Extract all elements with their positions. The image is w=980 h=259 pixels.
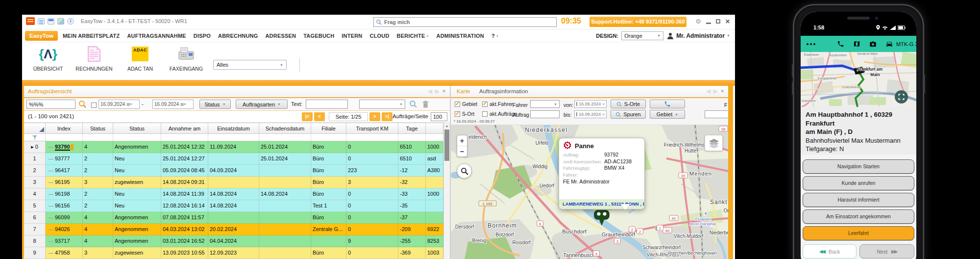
support-hotline-button[interactable]: Support-Hotline: +49 9371/91190-360 xyxy=(589,17,686,27)
call-button[interactable] xyxy=(650,100,685,108)
map-extra-input[interactable] xyxy=(705,110,730,118)
fahrer-dropdown[interactable]: ▼ xyxy=(530,100,560,108)
filter-cell-7[interactable] xyxy=(311,134,346,141)
last-page-button[interactable]: >| xyxy=(382,112,392,121)
phone-button-0[interactable]: Navigation Starten xyxy=(803,159,914,174)
maximize-icon[interactable] xyxy=(716,19,720,24)
tow-truck-marker[interactable] xyxy=(592,209,612,229)
s-orte-button[interactable]: S-Orte xyxy=(611,100,646,108)
easytow-brand-button[interactable]: EasyTow xyxy=(25,31,58,41)
minimize-icon[interactable] xyxy=(706,19,711,24)
tab-auftragsinformation[interactable]: Auftragsinformation xyxy=(479,88,528,94)
menu-item-9[interactable]: ADMINISTRATION xyxy=(437,33,484,39)
phone-button-2[interactable]: Haravist informiert xyxy=(803,193,914,207)
overflow-menu-icon[interactable] xyxy=(807,43,815,45)
map-date-von[interactable]: 16.09.2024˅ xyxy=(574,100,607,108)
menu-item-6[interactable]: INTERN xyxy=(342,33,362,39)
zoom-in-button[interactable]: + xyxy=(457,135,467,146)
column-header-9[interactable]: Tage xyxy=(398,123,426,134)
map-expand-button[interactable] xyxy=(895,90,908,104)
search-icon[interactable] xyxy=(409,100,417,109)
menu-item-3[interactable]: ABRECHNUNG xyxy=(218,33,258,39)
panel-close-icon[interactable]: ✕ xyxy=(442,89,446,94)
filter-cell-1[interactable] xyxy=(46,134,83,141)
table-row[interactable]: 6960994Angenommen07.08.2024 11:57Büro0-3… xyxy=(24,212,443,224)
search-input[interactable] xyxy=(383,19,554,26)
phone-button-4[interactable]: Leerfahrt xyxy=(803,226,914,240)
table-row[interactable]: 8937174Angenommen03.01.2024 16:5204.04.2… xyxy=(24,235,443,247)
info-icon[interactable]: i xyxy=(67,18,74,25)
dock-right-icon[interactable]: ▷ xyxy=(436,89,439,94)
column-header-7[interactable]: Filiale xyxy=(311,123,346,134)
next-page-button[interactable]: > xyxy=(369,112,380,121)
column-header-5[interactable]: Einsatzdatum xyxy=(208,123,259,134)
map-view[interactable]: NiederkässelUrfeldWiddigUedorfeldenichBo… xyxy=(451,125,728,259)
filter-cell-5[interactable] xyxy=(208,134,259,141)
camera-icon[interactable] xyxy=(869,40,877,48)
map-zoom-control[interactable]: + − xyxy=(457,135,467,157)
gebiet-checkbox[interactable]: Gebiet xyxy=(455,101,477,107)
zoom-out-button[interactable]: − xyxy=(457,146,467,157)
filter-cell-9[interactable] xyxy=(398,134,426,141)
popup-address-link[interactable]: LAMBARENEWEG 1 , 53119 BONN , D xyxy=(559,199,644,209)
auftrag-input[interactable] xyxy=(530,110,560,118)
wildcard-search-input[interactable] xyxy=(26,100,75,109)
akt-fahrer-checkbox[interactable]: akt.Fahrer xyxy=(482,101,513,107)
filter-cell-0[interactable] xyxy=(24,134,46,141)
scroll-up-icon[interactable]: ▲ xyxy=(444,123,450,129)
filter-cell-6[interactable] xyxy=(259,134,311,141)
menu-item-10[interactable]: ?▼ xyxy=(491,33,499,39)
column-header-4[interactable]: Annahme am xyxy=(161,123,208,134)
sort-checkbox[interactable]: S-Ort xyxy=(455,111,474,117)
date-to-field[interactable]: 16.09.2024 ▦▾ xyxy=(152,100,194,109)
table-row[interactable]: 7940264Angenommen04.03.2024 13:0220.02.2… xyxy=(24,224,443,235)
table-row[interactable]: 1937772Neu25.01.2024 12:2725.01.2024Büro… xyxy=(24,153,443,165)
dock-left-icon[interactable]: ◁ xyxy=(429,89,432,94)
map-layers-button[interactable] xyxy=(705,135,723,151)
image-icon[interactable] xyxy=(57,18,64,25)
next-button[interactable]: Next ▶▶ xyxy=(859,244,914,259)
first-page-button[interactable]: |< xyxy=(302,112,313,121)
design-select[interactable]: Orange ▼ xyxy=(621,31,663,40)
phone-map[interactable]: RödelheimBockenheimNordend WestEuropavie… xyxy=(801,52,916,107)
dock-left-icon[interactable]: ◁ xyxy=(707,89,710,94)
map-search-button[interactable] xyxy=(457,163,472,179)
global-search[interactable] xyxy=(373,17,557,27)
grid-corner[interactable] xyxy=(24,123,46,134)
filter-cell-3[interactable] xyxy=(113,134,161,141)
car-icon[interactable] xyxy=(885,40,893,48)
table-row[interactable]: 5961562Neu12.08.2024 16:1414.08.2024Test… xyxy=(24,200,443,212)
status-filter-dropdown[interactable]: Status▼ xyxy=(199,100,231,109)
filter-cell-4[interactable] xyxy=(161,134,208,141)
table-row[interactable]: 2964172Neu05.09.2024 08:4504.09.2024Büro… xyxy=(24,165,443,177)
column-header-2[interactable]: Status xyxy=(83,123,113,134)
menu-item-7[interactable]: CLOUD xyxy=(369,33,389,39)
settings-gear-icon[interactable]: ⚙ xyxy=(695,18,701,25)
map-date-bis[interactable]: 16.09.2024˅ xyxy=(574,110,607,118)
phone-button-1[interactable]: Kunde anrufen xyxy=(803,176,914,190)
table-row[interactable]: 3961953zugewiesen14.08.2024 09:31Büro3-3… xyxy=(24,177,443,188)
scrollbar-thumb[interactable] xyxy=(444,130,449,161)
date-from-checkbox[interactable] xyxy=(91,103,97,108)
column-header-8[interactable]: Transport KM xyxy=(346,123,398,134)
date-from-field[interactable]: 16.09.2024 ▦▾ xyxy=(98,100,140,109)
table-row[interactable]: 4961982Neu14.08.2024 11:3914.08.202414.0… xyxy=(24,188,443,200)
filter-cell-10[interactable] xyxy=(426,134,443,141)
menu-item-1[interactable]: AUFTRAGSANNAHME xyxy=(127,33,186,39)
prev-page-button[interactable]: < xyxy=(314,112,325,121)
spuren-button[interactable]: Spuren xyxy=(611,110,646,119)
filter-cell-2[interactable] xyxy=(83,134,113,141)
menu-item-8[interactable]: BERICHTE▼ xyxy=(397,33,429,39)
column-header-1[interactable]: Index xyxy=(46,123,83,134)
back-button[interactable]: ◀◀ Back xyxy=(803,244,857,259)
table-scrollbar[interactable]: ▲ xyxy=(443,123,450,259)
menu-item-4[interactable]: ADRESSEN xyxy=(265,33,296,39)
table-row[interactable]: ▸ 0937904Angenommen25.01.2024 12:3211.09… xyxy=(24,141,443,153)
rechnungen-button[interactable]: RECHNUNGEN xyxy=(75,45,113,72)
menu-item-0[interactable]: MEIN ARBEITSPLATZ xyxy=(63,33,120,39)
phone-button-3[interactable]: Am Einsatzort angekommen xyxy=(803,209,914,224)
search-icon[interactable] xyxy=(78,100,87,109)
user-menu[interactable]: Mr. Administrator ▼ xyxy=(666,32,730,40)
text-filter-input[interactable] xyxy=(306,100,348,109)
map-icon[interactable] xyxy=(853,40,860,48)
